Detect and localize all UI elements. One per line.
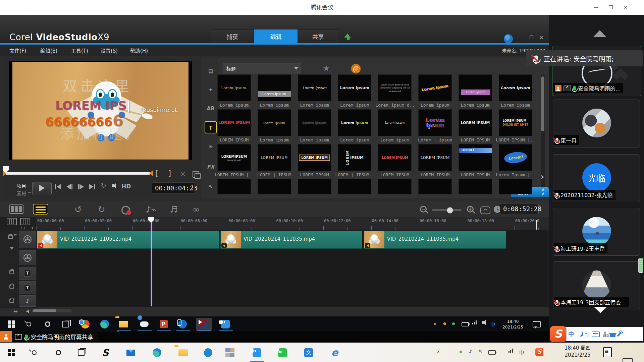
add-video-track-icon[interactable]	[7, 218, 17, 225]
tray-dot-green[interactable]	[460, 351, 462, 353]
file-explorer-icon[interactable]	[174, 347, 192, 359]
music-track-header[interactable]: ♪	[19, 295, 36, 307]
tray-chevron-icon[interactable]: ∧	[437, 349, 440, 354]
timeline-zoom-knob[interactable]	[447, 207, 453, 214]
track-lane-4[interactable]	[37, 280, 547, 295]
video-clip[interactable]: VID_20210214_111035.mp4	[364, 231, 506, 249]
hd-toggle[interactable]: HD	[121, 183, 131, 190]
zoom-out-icon[interactable]: −	[420, 206, 427, 213]
track-lock-icon[interactable]	[9, 285, 14, 289]
timeline-view-button[interactable]	[33, 204, 48, 215]
task-view-icon[interactable]	[58, 318, 74, 330]
title-icon[interactable]: T	[205, 121, 217, 133]
meeting-taskbar-icon[interactable]	[217, 318, 233, 330]
video-clip[interactable]: VID_20210214_110512.mp4	[37, 231, 219, 249]
cortana-icon[interactable]	[50, 347, 67, 359]
timecode-up-icon[interactable]: ▲	[191, 184, 193, 187]
track-lane-3[interactable]	[37, 266, 547, 281]
search-icon[interactable]	[21, 318, 37, 330]
soft-keyboard-icon[interactable]	[592, 331, 600, 337]
cortana-icon[interactable]	[40, 318, 56, 330]
menu-item-1[interactable]: 文件(F)	[9, 47, 26, 54]
sogou-ime-bar[interactable]: S 中 °,	[551, 327, 643, 341]
template-thumb[interactable]: Lorem Ipsum	[338, 74, 371, 101]
timecode-down-icon[interactable]: ▼	[191, 188, 193, 191]
track-lane-2[interactable]	[37, 249, 547, 266]
graphic-icon[interactable]: ✳	[205, 141, 217, 153]
settings-tool-icon[interactable]	[199, 347, 217, 359]
vs-close-button[interactable]: ✕	[539, 35, 544, 41]
menu-item-4[interactable]: 设置(S)	[101, 47, 118, 54]
participant-tile[interactable]: 海工研19-2王丰岳	[553, 208, 640, 256]
go-end-button[interactable]	[89, 184, 99, 190]
sogou-tray-icon[interactable]: S	[535, 348, 543, 356]
cloud-app-icon[interactable]	[136, 318, 152, 330]
template-thumb-partial[interactable]	[459, 179, 492, 194]
library-scrollbar-thumb[interactable]	[541, 76, 544, 131]
template-thumb[interactable]: LOREM IPSUM	[298, 144, 331, 171]
volume-icon[interactable]	[482, 321, 484, 324]
menu-item-5[interactable]: 帮助(H)	[130, 47, 148, 54]
template-thumb-partial[interactable]	[258, 179, 291, 194]
gallery-dropdown[interactable]: 标题	[223, 63, 301, 73]
skin-icon[interactable]	[610, 333, 615, 337]
mail-icon[interactable]	[122, 347, 140, 359]
template-thumb-partial[interactable]	[338, 179, 371, 194]
filter-icon[interactable]: FX	[205, 161, 217, 173]
fullhalf-moon-icon[interactable]	[577, 331, 582, 336]
menu-item-2[interactable]: 编辑(E)	[40, 47, 57, 54]
tray-chevron-icon[interactable]: ∧	[433, 321, 437, 326]
network-icon[interactable]	[508, 349, 513, 353]
tray-dot-orange[interactable]	[443, 322, 446, 325]
task-view-icon[interactable]	[72, 347, 90, 359]
scrubber-track[interactable]	[5, 172, 150, 175]
template-thumb[interactable]: LOREMIPSUM	[338, 144, 371, 171]
participant-tile[interactable]: 本海工19-3团支部宣传委...	[553, 261, 640, 309]
start-button[interactable]	[3, 318, 19, 330]
play-button[interactable]	[32, 182, 52, 195]
expand-panel-icon[interactable]: ›	[541, 172, 544, 182]
template-thumb[interactable]: Lorem!	[499, 144, 532, 171]
video-clip[interactable]: VID_20210214_111035.mp4	[220, 231, 362, 249]
your-phone-icon[interactable]	[174, 318, 191, 330]
template-thumb[interactable]: Lorem ipsum	[258, 74, 291, 101]
shared-clock[interactable]: 18:402021/2/25	[500, 319, 526, 330]
ripple-edit-icon[interactable]: ∞	[193, 204, 200, 215]
template-thumb[interactable]: Lorem ipsum	[459, 74, 492, 101]
docs-icon[interactable]: 文	[300, 347, 317, 359]
template-thumb-partial[interactable]	[499, 179, 532, 194]
template-thumb[interactable]: Loremipsum	[418, 109, 452, 136]
upgrade-arrow-icon[interactable]	[344, 34, 351, 38]
powerpoint-icon[interactable]: P	[156, 318, 172, 330]
template-thumb[interactable]: LOREM IPSUM	[418, 144, 452, 171]
overlay-title-text[interactable]: LOREM IPS|	[55, 99, 130, 112]
template-thumb[interactable]: Lorem ipsum	[298, 74, 331, 101]
track-add-remove[interactable]: +/− ▾	[20, 226, 34, 230]
track-lane-5[interactable]	[37, 295, 547, 308]
battery-icon[interactable]	[462, 322, 469, 326]
vs-minimize-button[interactable]: —	[519, 35, 523, 40]
redo-button[interactable]: ↻	[98, 204, 105, 215]
import-media-icon[interactable]	[351, 64, 361, 74]
chrome-icon[interactable]	[77, 318, 93, 330]
taskbar-clock[interactable]: 18:40 周四2021/2/25	[561, 345, 594, 359]
template-thumb[interactable]: Lorem Ipsum.	[217, 74, 251, 101]
file-explorer-icon[interactable]	[115, 318, 131, 330]
minimize-button[interactable]: —	[591, 2, 601, 12]
instant-project-icon[interactable]: ✦	[205, 84, 217, 96]
title2-track-header[interactable]: T	[19, 281, 36, 294]
tray-note-icon[interactable]: ♪	[469, 349, 472, 354]
add-favorite-icon[interactable]: ★＋	[323, 64, 335, 73]
account-icon[interactable]	[603, 334, 607, 337]
template-thumb-partial[interactable]	[217, 179, 251, 194]
settings-wrench-icon[interactable]	[617, 331, 622, 337]
ime-icon[interactable]: 中	[519, 349, 524, 356]
timeline-timecode[interactable]: 0:08:52:28	[500, 203, 539, 214]
template-thumb[interactable]: LOREM I	[459, 144, 492, 171]
overlay-mirror-text[interactable]: muspi meroL	[141, 107, 178, 113]
action-center-icon[interactable]	[623, 358, 633, 362]
timeline-hscrollbar-thumb[interactable]	[33, 309, 56, 312]
punctuation-icon[interactable]: °,	[585, 332, 589, 337]
media-icon[interactable]: ▤	[205, 65, 217, 77]
battery-icon[interactable]	[488, 350, 496, 355]
